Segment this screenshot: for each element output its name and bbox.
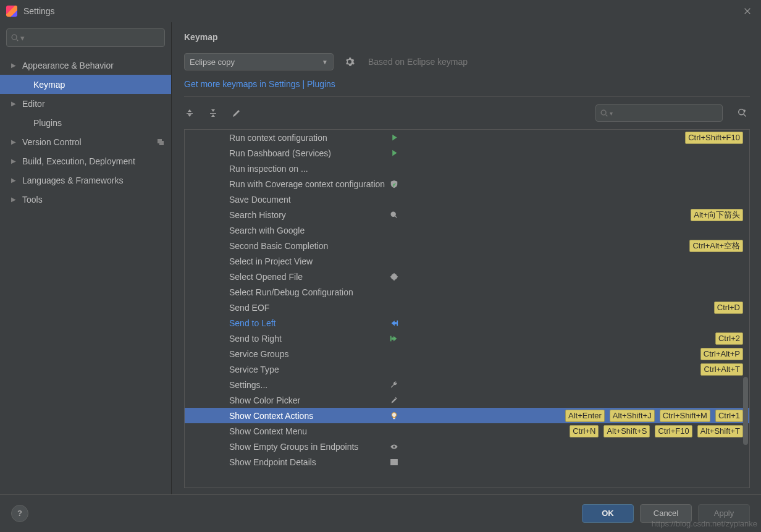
svg-point-6	[392, 274, 397, 279]
ok-button[interactable]: OK	[582, 504, 634, 523]
action-row[interactable]: Run Dashboard (Services)	[185, 145, 749, 161]
action-row[interactable]: Save Document	[185, 192, 749, 207]
sidebar-item-label: Editor	[22, 99, 45, 109]
picker-icon	[389, 395, 400, 406]
action-row[interactable]: Run with Coverage context configuration	[185, 176, 749, 192]
shortcut-badge: Ctrl+D	[714, 302, 743, 314]
action-row[interactable]: Send to Left	[185, 315, 749, 331]
chevron-down-icon: ▼	[322, 59, 328, 65]
action-row[interactable]: Show Context MenuCtrl+NAlt+Shift+SCtrl+F…	[185, 423, 749, 439]
shortcut-list: Alt+向下箭头	[691, 209, 743, 221]
sidebar-search-input[interactable]: ▾	[6, 28, 165, 47]
action-row[interactable]: Show Empty Groups in Endpoints	[185, 439, 749, 454]
sidebar: ▾ ▶Appearance & Behavior▶Keymap▶Editor▶P…	[0, 22, 172, 494]
collapse-all-button[interactable]	[208, 108, 219, 119]
apply-button[interactable]: Apply	[698, 504, 750, 523]
settings-dialog: ▾ ▶Appearance & Behavior▶Keymap▶Editor▶P…	[0, 22, 761, 494]
action-row[interactable]: Search HistoryAlt+向下箭头	[185, 207, 749, 222]
shortcut-badge: Ctrl+1	[715, 410, 743, 422]
sidebar-item-appearance-behavior[interactable]: ▶Appearance & Behavior	[0, 56, 171, 75]
close-button[interactable]	[740, 4, 755, 19]
shortcut-badge: Ctrl+F10	[655, 425, 692, 437]
action-row[interactable]: Select Run/Debug Configuration	[185, 284, 749, 300]
action-label: Select Opened File	[229, 272, 303, 282]
action-row[interactable]: Select in Project View	[185, 253, 749, 269]
action-label: Show Endpoint Details	[229, 457, 316, 467]
sidebar-item-version-control[interactable]: ▶Version Control	[0, 132, 171, 151]
panel-icon	[389, 457, 400, 468]
get-more-keymaps-link[interactable]: Get more keymaps in Settings | Plugins	[184, 79, 750, 89]
action-search-input[interactable]: ▾	[595, 104, 723, 122]
action-label: Show Color Picker	[229, 395, 300, 405]
help-button[interactable]: ?	[11, 505, 28, 522]
app-logo-icon	[6, 6, 17, 17]
svg-rect-8	[390, 336, 392, 341]
action-label: Show Empty Groups in Endpoints	[229, 442, 358, 452]
action-row[interactable]: Service TypeCtrl+Alt+T	[185, 361, 749, 377]
caret-icon: ▶	[11, 177, 19, 184]
shortcut-list: Ctrl+2	[715, 332, 743, 345]
action-label: Run context configuration	[229, 133, 327, 143]
action-row[interactable]: Service GroupsCtrl+Alt+P	[185, 346, 749, 361]
caret-icon: ▶	[11, 196, 19, 203]
action-row[interactable]: Settings...	[185, 377, 749, 392]
arrow-right-icon	[389, 333, 400, 344]
sidebar-item-languages-frameworks[interactable]: ▶Languages & Frameworks	[0, 171, 171, 190]
svg-point-5	[391, 212, 395, 216]
shortcut-list: Ctrl+D	[714, 302, 743, 314]
sidebar-item-tools[interactable]: ▶Tools	[0, 190, 171, 209]
sidebar-item-plugins[interactable]: ▶Plugins	[0, 113, 171, 132]
action-label: Settings...	[229, 380, 267, 390]
shortcut-badge: Alt+向下箭头	[691, 209, 743, 221]
page-title: Keymap	[184, 32, 750, 42]
svg-rect-7	[397, 320, 398, 326]
divider	[184, 96, 750, 97]
action-row[interactable]: Show Color Picker	[185, 392, 749, 408]
action-row[interactable]: Run inspection on ...	[185, 161, 749, 176]
sidebar-item-keymap[interactable]: ▶Keymap	[0, 75, 171, 94]
keymap-top-row: Eclipse copy ▼ Based on Eclipse keymap	[184, 53, 750, 70]
action-row[interactable]: Send EOFCtrl+D	[185, 300, 749, 315]
action-row[interactable]: Select Opened File	[185, 269, 749, 284]
find-by-shortcut-button[interactable]	[735, 106, 750, 120]
action-row[interactable]: Send to RightCtrl+2	[185, 331, 749, 346]
action-label: Save Document	[229, 195, 291, 205]
action-label: Service Groups	[229, 349, 288, 359]
sidebar-item-editor[interactable]: ▶Editor	[0, 94, 171, 113]
action-row[interactable]: Show Endpoint Details	[185, 454, 749, 470]
action-row[interactable]: Second Basic CompletionCtrl+Alt+空格	[185, 238, 749, 253]
action-label: Search History	[229, 210, 286, 220]
action-label: Send EOF	[229, 303, 269, 313]
svg-point-0	[12, 35, 17, 40]
action-label: Second Basic Completion	[229, 241, 328, 251]
svg-rect-10	[391, 459, 398, 465]
keymap-select[interactable]: Eclipse copy ▼	[184, 53, 334, 70]
action-label: Show Context Actions	[229, 411, 313, 421]
shortcut-badge: Ctrl+Alt+P	[700, 348, 743, 360]
scrollbar-thumb[interactable]	[743, 377, 748, 445]
expand-all-button[interactable]	[184, 108, 195, 119]
cancel-button[interactable]: Cancel	[640, 504, 692, 523]
action-row[interactable]: Show Context ActionsAlt+EnterAlt+Shift+J…	[185, 408, 749, 423]
target-icon	[389, 271, 400, 282]
run-icon	[389, 148, 400, 159]
sidebar-item-build-execution-deployment[interactable]: ▶Build, Execution, Deployment	[0, 151, 171, 171]
shortcut-badge: Alt+Shift+T	[697, 425, 743, 437]
bulb-icon	[389, 410, 400, 421]
action-tree[interactable]: Run context configurationCtrl+Shift+F10R…	[184, 129, 750, 488]
shortcut-list: Ctrl+NAlt+Shift+SCtrl+F10Alt+Shift+T	[570, 425, 743, 437]
caret-icon: ▶	[11, 138, 19, 145]
action-label: Send to Left	[229, 318, 276, 328]
eye-icon	[389, 441, 400, 452]
sidebar-item-label: Languages & Frameworks	[22, 175, 123, 185]
dialog-footer: ? OK Cancel Apply	[0, 494, 761, 531]
titlebar: Settings	[0, 0, 761, 22]
action-row[interactable]: Run context configurationCtrl+Shift+F10	[185, 130, 749, 145]
action-label: Service Type	[229, 365, 279, 374]
sidebar-item-label: Build, Execution, Deployment	[22, 156, 135, 166]
keymap-gear-button[interactable]	[343, 56, 356, 68]
action-row[interactable]: Search with Google	[185, 222, 749, 238]
svg-point-4	[739, 109, 744, 115]
edit-shortcut-button[interactable]	[231, 108, 242, 119]
shortcut-badge: Ctrl+Alt+空格	[689, 240, 743, 252]
